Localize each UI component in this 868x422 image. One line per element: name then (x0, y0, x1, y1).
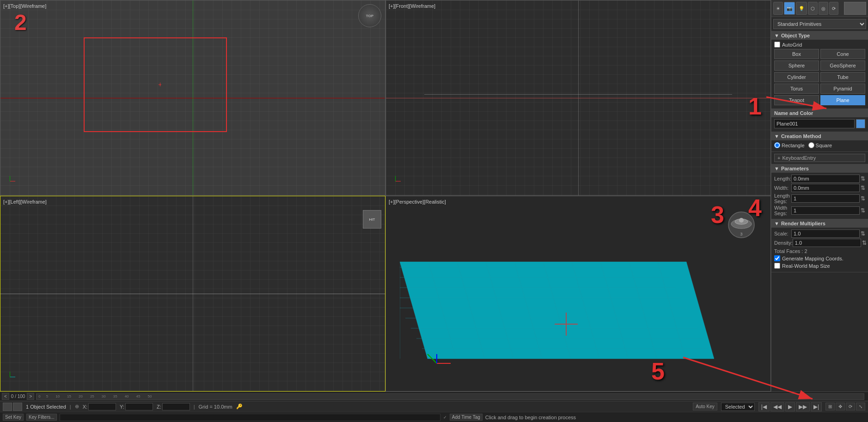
key-track[interactable] (60, 414, 440, 421)
name-color-title: Name and Color (774, 110, 813, 116)
status-bar: 1 Object Selected | ⊕ X: Y: Z: | Grid = … (0, 401, 868, 412)
next-frame-btn[interactable]: ▶▶ (796, 402, 810, 411)
scale-spinner[interactable]: ⇅ (861, 230, 865, 237)
length-spinner[interactable]: ⇅ (861, 175, 865, 182)
coord-icons: ⊕ (75, 404, 79, 410)
toolbar-space-btn[interactable]: ◎ (819, 2, 828, 15)
toolbar-light-btn[interactable]: 💡 (796, 2, 807, 15)
width-spinner[interactable]: ⇅ (861, 185, 865, 191)
radio-square: Square (808, 142, 832, 148)
btn-box[interactable]: Box (774, 49, 819, 59)
key-icon: 🔑 (236, 404, 243, 410)
scale-input[interactable] (791, 229, 860, 238)
plane-3d-view (400, 243, 714, 373)
radio-rectangle-input[interactable] (774, 142, 780, 148)
length-segs-label: Length Segs: (774, 193, 791, 204)
status-icon-1[interactable] (3, 403, 12, 411)
toolbar-sun-btn[interactable]: ☀ (773, 2, 783, 15)
length-segs-row: Length Segs: ⇅ (774, 193, 865, 204)
length-input[interactable] (791, 175, 860, 183)
radio-square-label: Square (816, 143, 832, 148)
width-input[interactable] (791, 184, 860, 192)
btn-cone[interactable]: Cone (820, 49, 865, 59)
nav-gizmo-left[interactable]: HIT (363, 210, 381, 229)
panel-dropdown-container: Standard Primitives Extended Primitives … (771, 17, 868, 31)
real-world-checkbox[interactable] (774, 263, 780, 269)
goto-end-btn[interactable]: ▶| (811, 402, 822, 411)
timeline-track[interactable]: 0 5 10 15 20 25 30 35 40 45 50 (36, 393, 864, 400)
btn-cylinder[interactable]: Cylinder (774, 72, 819, 82)
y-coord: Y: (120, 403, 153, 410)
add-time-tag-btn[interactable]: Add Time Tag (450, 414, 483, 421)
btn-plane[interactable]: Plane (820, 95, 865, 105)
btn-tube[interactable]: Tube (820, 72, 865, 82)
scale-label: Scale: (774, 231, 791, 236)
keyboard-entry-btn[interactable]: + KeyboardEntry (774, 154, 865, 162)
selected-dropdown[interactable]: Selected (721, 403, 755, 411)
creation-method-section: ▼ Creation Method Rectangle Square (771, 132, 868, 152)
z-coord: Z: (157, 403, 190, 410)
status-left-icons (3, 403, 22, 411)
viewport-front[interactable]: [+][Front][Wireframe] (385, 0, 771, 196)
width-segs-spinner[interactable]: ⇅ (861, 207, 865, 214)
length-segs-input[interactable] (791, 194, 860, 203)
goto-start-btn[interactable]: |◀ (758, 402, 770, 411)
length-segs-spinner[interactable]: ⇅ (861, 195, 865, 202)
section-toggle-3: ▼ (774, 166, 779, 171)
toolbar-helper-btn[interactable]: ⬡ (808, 2, 818, 15)
z-input[interactable] (162, 403, 190, 410)
autokey-btn[interactable]: Auto Key (693, 403, 717, 410)
name-color-header: Name and Color (771, 109, 868, 117)
category-dropdown[interactable]: Standard Primitives Extended Primitives … (773, 19, 866, 29)
density-label: Density: (774, 240, 793, 246)
object-name-input[interactable] (774, 119, 855, 128)
viewport-left[interactable]: [+][Left][Wireframe] HIT (0, 196, 385, 392)
toolbar-warp-btn[interactable]: ⟳ (829, 2, 838, 15)
key-filters-btn[interactable]: Key Filters... (26, 414, 57, 421)
autogrid-checkbox[interactable] (774, 42, 780, 48)
real-world-row: Real-World Map Size (774, 263, 865, 269)
density-spinner[interactable]: ⇅ (862, 240, 867, 246)
timeline-next-btn[interactable]: > (27, 393, 34, 400)
btn-geosphere[interactable]: GeoSphere (820, 60, 865, 71)
z-label: Z: (157, 404, 161, 410)
tool-btn-2[interactable]: ✥ (836, 403, 845, 410)
x-coord: X: (83, 403, 116, 410)
radio-rectangle: Rectangle (774, 142, 805, 148)
viewport-top[interactable]: [+][Top][Wireframe] TOP 2 (0, 0, 385, 196)
object-type-title: Object Type (781, 33, 810, 38)
set-key-btn[interactable]: Set Key (3, 414, 24, 421)
tool-btn-3[interactable]: ⟳ (846, 403, 855, 410)
play-btn[interactable]: ▶ (785, 402, 795, 411)
x-input[interactable] (88, 403, 116, 410)
status-icon-2[interactable] (13, 403, 22, 411)
object-type-header: ▼ Object Type (771, 31, 868, 40)
btn-sphere[interactable]: Sphere (774, 60, 819, 71)
generate-mapping-checkbox[interactable] (774, 255, 780, 261)
btn-torus[interactable]: Torus (774, 84, 819, 94)
nav-gizmo-top[interactable]: TOP (358, 4, 381, 27)
viewports-container: [+][Top][Wireframe] TOP 2 [+][Front][Wir… (0, 0, 771, 392)
density-input[interactable] (793, 239, 861, 247)
right-panel: ☀ 📷 💡 ⬡ ◎ ⟳ Standard Primitives Extended… (771, 0, 868, 392)
autogrid-row: AutoGrid (774, 42, 865, 48)
name-color-section: Name and Color (771, 109, 868, 132)
radio-square-input[interactable] (808, 142, 814, 148)
btn-teapot[interactable]: Teapot (774, 95, 819, 105)
generate-mapping-row: Generate Mapping Coords. (774, 255, 865, 261)
viewport-perspective[interactable]: [+][Perspective][Realistic] (385, 196, 771, 392)
tool-btn-4[interactable]: ⤡ (856, 403, 865, 410)
parameters-header: ▼ Parameters (771, 164, 868, 173)
x-label: X: (83, 404, 87, 410)
nav-gizmo-perspective[interactable]: 3 (727, 210, 757, 241)
color-swatch[interactable] (856, 119, 865, 128)
btn-pyramid[interactable]: Pyramid (820, 84, 865, 94)
prev-frame-btn[interactable]: ◀◀ (770, 402, 784, 411)
y-input[interactable] (125, 403, 153, 410)
tool-btn-1[interactable]: ⊞ (825, 403, 835, 410)
width-segs-input[interactable] (791, 206, 860, 215)
toolbar-camera-btn[interactable]: 📷 (784, 2, 795, 15)
generate-mapping-label: Generate Mapping Coords. (782, 256, 844, 261)
keyboard-entry-label: KeyboardEntry (782, 155, 816, 161)
timeline-prev-btn[interactable]: < (2, 393, 9, 400)
